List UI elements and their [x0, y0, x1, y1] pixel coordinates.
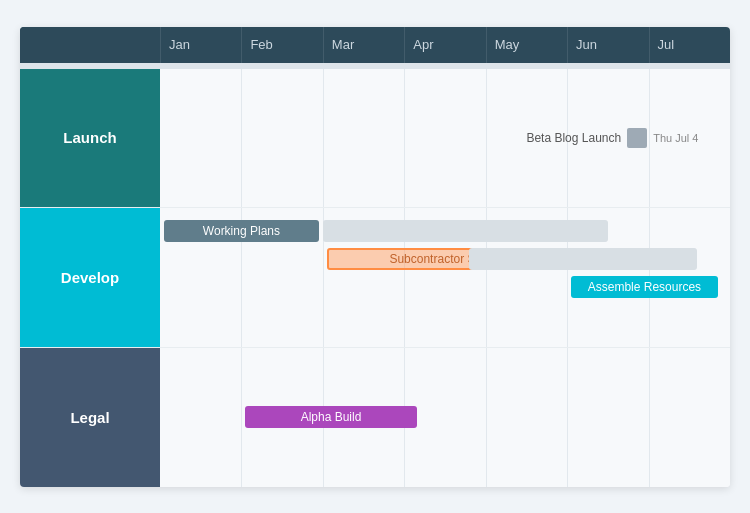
months-header: Jan Feb Mar Apr May Jun Jul: [160, 27, 730, 63]
month-apr: Apr: [404, 27, 485, 63]
col-line-l6: [649, 348, 650, 487]
col-line-l5: [567, 348, 568, 487]
beta-blog-date: Thu Jul 4: [653, 132, 698, 144]
gray-range-bar-1: [323, 220, 608, 242]
row-launch: Launch Beta Blog Launch Thu Jul 4: [20, 69, 730, 209]
month-jun: Jun: [567, 27, 648, 63]
col-line-1: [241, 69, 242, 208]
month-jan: Jan: [160, 27, 241, 63]
month-may: May: [486, 27, 567, 63]
col-line-l1: [241, 348, 242, 487]
label-header-spacer: [20, 27, 160, 63]
working-plans-bar: Working Plans: [164, 220, 319, 242]
month-feb: Feb: [241, 27, 322, 63]
row-label-launch: Launch: [20, 69, 160, 208]
beta-blog-marker: [627, 128, 647, 148]
gantt-chart: Jan Feb Mar Apr May Jun Jul Launch: [20, 27, 730, 487]
beta-blog-label: Beta Blog Launch: [526, 131, 621, 145]
row-content-develop: Working Plans Subcontractor Selection As…: [160, 208, 730, 347]
col-line-l4: [486, 348, 487, 487]
row-label-legal: Legal: [20, 348, 160, 487]
month-jul: Jul: [649, 27, 730, 63]
col-line-4: [486, 69, 487, 208]
row-content-legal: Alpha Build: [160, 348, 730, 487]
gray-range-bar-2: [469, 248, 697, 270]
header-row: Jan Feb Mar Apr May Jun Jul: [20, 27, 730, 63]
alpha-build-bar: Alpha Build: [245, 406, 416, 428]
row-develop: Develop Working Plans Subcon: [20, 208, 730, 348]
month-mar: Mar: [323, 27, 404, 63]
row-legal: Legal Alpha Build: [20, 348, 730, 487]
assemble-resources-bar: Assemble Resources: [571, 276, 718, 298]
body-rows: Launch Beta Blog Launch Thu Jul 4: [20, 69, 730, 487]
row-label-develop: Develop: [20, 208, 160, 347]
row-content-launch: Beta Blog Launch Thu Jul 4: [160, 69, 730, 208]
col-line-2: [323, 69, 324, 208]
beta-blog-launch-bar: Beta Blog Launch Thu Jul 4: [526, 128, 698, 148]
col-line-3: [404, 69, 405, 208]
